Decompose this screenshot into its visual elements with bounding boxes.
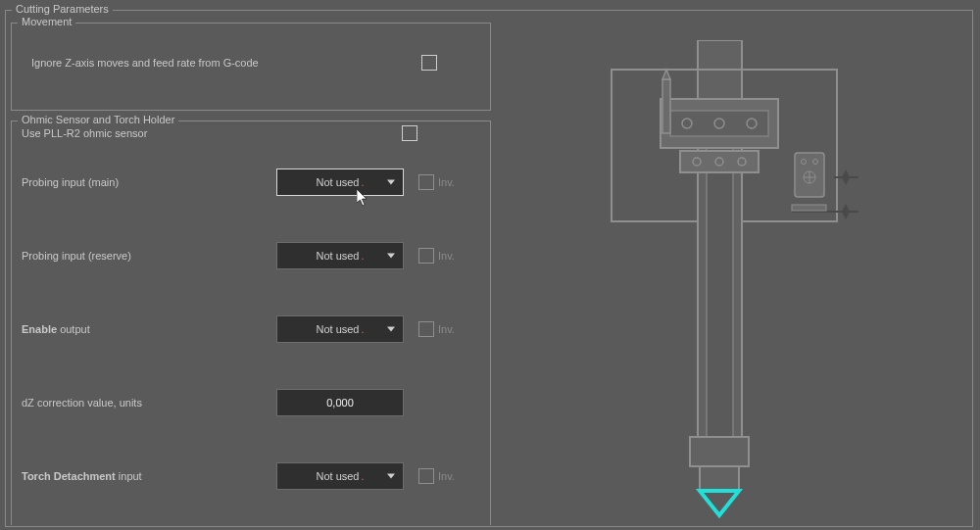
svg-rect-2 <box>707 143 733 437</box>
probing-reserve-inv-label: Inv. <box>438 250 455 262</box>
cutting-parameters-title: Cutting Parameters <box>12 3 113 15</box>
svg-marker-26 <box>842 177 850 185</box>
dot-icon: . <box>361 323 364 335</box>
probing-reserve-label: Probing input (reserve) <box>22 250 267 262</box>
chevron-down-icon <box>387 327 395 332</box>
svg-rect-16 <box>700 466 739 491</box>
enable-output-value: Not used <box>316 323 359 335</box>
movement-title: Movement <box>18 16 75 27</box>
svg-rect-9 <box>680 151 759 172</box>
torch-detachment-value: Not used <box>316 470 359 482</box>
page-root: Cutting Parameters Movement Ignore Z-axi… <box>0 0 980 530</box>
enable-output-inv-label: Inv. <box>438 323 455 335</box>
dot-icon: . <box>361 470 364 482</box>
torch-detachment-inv-checkbox[interactable] <box>418 468 434 484</box>
dz-correction-input[interactable]: 0,000 <box>276 389 404 416</box>
chevron-down-icon <box>387 180 395 185</box>
enable-output-inv-checkbox[interactable] <box>418 321 434 337</box>
svg-rect-15 <box>690 437 749 466</box>
chevron-down-icon <box>387 474 395 479</box>
probing-reserve-select[interactable]: Not used. <box>276 242 404 269</box>
svg-marker-17 <box>700 491 739 515</box>
cutting-parameters-group: Cutting Parameters Movement Ignore Z-axi… <box>5 10 973 527</box>
ohmic-sensor-group: Ohmic Sensor and Torch Holder Use PLL-R2… <box>11 120 491 525</box>
torch-diagram <box>564 40 937 530</box>
svg-rect-13 <box>662 79 670 133</box>
dot-icon: . <box>361 250 364 262</box>
probing-main-label: Probing input (main) <box>22 176 267 188</box>
probing-main-value: Not used <box>316 176 359 188</box>
torch-detachment-select[interactable]: Not used. <box>276 462 404 490</box>
probing-main-inv-checkbox[interactable] <box>418 174 434 190</box>
probing-reserve-inv-checkbox[interactable] <box>418 248 434 264</box>
svg-rect-30 <box>792 205 826 211</box>
svg-marker-14 <box>662 70 670 79</box>
svg-marker-29 <box>842 212 850 219</box>
probing-reserve-value: Not used <box>316 250 359 262</box>
use-pll-label: Use PLL-R2 ohmic sensor <box>22 127 267 139</box>
ignore-z-label: Ignore Z-axis moves and feed rate from G… <box>31 57 276 69</box>
svg-rect-3 <box>698 40 742 70</box>
ignore-z-checkbox[interactable] <box>421 55 437 71</box>
chevron-down-icon <box>387 254 395 259</box>
enable-output-select[interactable]: Not used. <box>276 315 404 343</box>
movement-group: Movement Ignore Z-axis moves and feed ra… <box>11 23 491 111</box>
ohmic-title: Ohmic Sensor and Torch Holder <box>18 114 178 125</box>
svg-marker-28 <box>842 204 850 212</box>
svg-marker-25 <box>842 169 850 177</box>
probing-main-inv-label: Inv. <box>438 176 455 188</box>
svg-rect-5 <box>670 111 768 136</box>
use-pll-checkbox[interactable] <box>402 125 417 141</box>
dot-icon: . <box>361 176 364 188</box>
dz-correction-label: dZ correction value, units <box>22 397 267 409</box>
torch-detachment-inv-label: Inv. <box>438 470 455 482</box>
enable-output-label: Enable output <box>22 323 267 335</box>
torch-detachment-label: Torch Detachment input <box>22 470 267 482</box>
probing-main-select[interactable]: Not used. <box>276 169 404 196</box>
